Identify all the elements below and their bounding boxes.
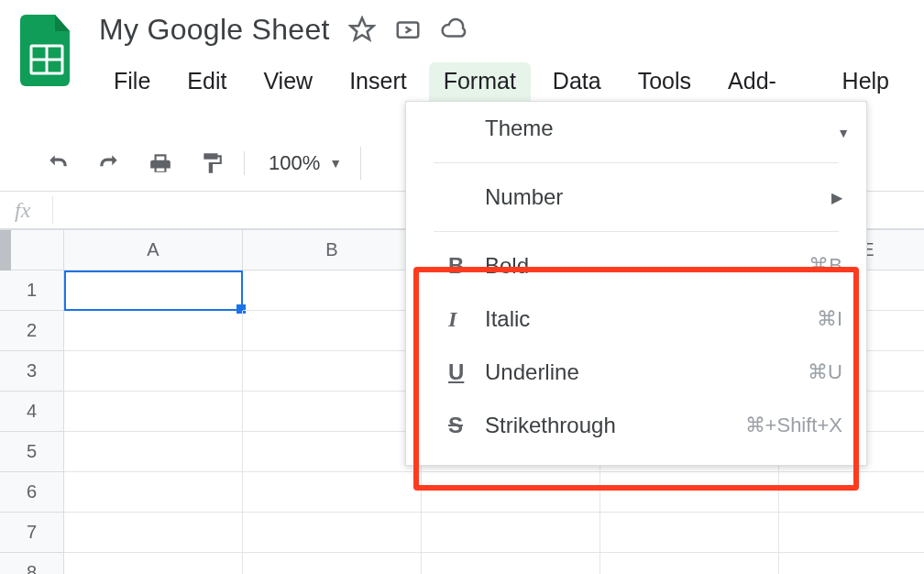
col-header-B[interactable]: B bbox=[243, 230, 422, 270]
chevron-down-icon: ▼ bbox=[837, 126, 850, 140]
cell-D8[interactable] bbox=[600, 553, 779, 574]
submenu-arrow-icon: ▶ bbox=[831, 189, 842, 206]
select-all-corner[interactable] bbox=[0, 230, 64, 270]
sheets-logo-icon bbox=[20, 15, 73, 86]
italic-icon: I bbox=[448, 307, 485, 332]
row-header-7[interactable]: 7 bbox=[0, 513, 64, 553]
cell-B6[interactable] bbox=[243, 472, 422, 513]
cell-A8[interactable] bbox=[64, 553, 243, 574]
redo-button[interactable] bbox=[95, 149, 123, 177]
cell-D6[interactable] bbox=[600, 472, 779, 513]
format-menu-dropdown: ▼ Theme Number ▶ BBold⌘BIItalic⌘IUUnderl… bbox=[405, 101, 867, 466]
zoom-value: 100% bbox=[269, 151, 320, 175]
menu-item-underline[interactable]: UUnderline⌘U bbox=[406, 346, 866, 399]
bold-icon: B bbox=[448, 253, 485, 279]
row-header-3[interactable]: 3 bbox=[0, 351, 64, 392]
cell-A5[interactable] bbox=[64, 432, 243, 472]
cell-B5[interactable] bbox=[243, 432, 422, 472]
cell-C6[interactable] bbox=[422, 472, 600, 513]
cell-E7[interactable] bbox=[779, 513, 924, 553]
doc-title[interactable]: My Google Sheet bbox=[99, 13, 330, 47]
cell-B2[interactable] bbox=[243, 311, 422, 351]
cell-B8[interactable] bbox=[243, 553, 422, 574]
underline-icon: U bbox=[448, 359, 485, 385]
paint-format-button[interactable] bbox=[198, 149, 226, 177]
cell-E8[interactable] bbox=[779, 553, 924, 574]
cell-A2[interactable] bbox=[64, 311, 243, 351]
menu-view[interactable]: View bbox=[248, 62, 327, 127]
menu-edit[interactable]: Edit bbox=[172, 62, 241, 127]
cloud-status-icon[interactable] bbox=[440, 16, 468, 43]
chevron-down-icon: ▼ bbox=[329, 156, 342, 171]
cell-E6[interactable] bbox=[779, 472, 924, 513]
cell-C7[interactable] bbox=[422, 513, 600, 553]
row-header-2[interactable]: 2 bbox=[0, 311, 64, 351]
menu-item-number[interactable]: Number ▶ bbox=[406, 171, 866, 224]
svg-rect-4 bbox=[398, 23, 419, 38]
move-icon[interactable] bbox=[394, 16, 422, 43]
row-header-4[interactable]: 4 bbox=[0, 392, 64, 432]
cell-A3[interactable] bbox=[64, 351, 243, 392]
cell-A1[interactable] bbox=[64, 270, 243, 311]
menu-item-strikethrough[interactable]: SStrikethrough⌘+Shift+X bbox=[406, 399, 866, 452]
menu-item-theme[interactable]: Theme bbox=[406, 102, 866, 155]
print-button[interactable] bbox=[147, 149, 174, 177]
fx-label: fx bbox=[15, 198, 30, 223]
cell-A6[interactable] bbox=[64, 472, 243, 513]
cell-B1[interactable] bbox=[243, 270, 422, 311]
strikethrough-icon: S bbox=[448, 413, 485, 438]
star-icon[interactable] bbox=[348, 16, 376, 43]
cell-B4[interactable] bbox=[243, 392, 422, 432]
col-header-A[interactable]: A bbox=[64, 230, 243, 270]
row-header-1[interactable]: 1 bbox=[0, 270, 64, 311]
menu-item-bold[interactable]: BBold⌘B bbox=[406, 239, 866, 293]
menu-file[interactable]: File bbox=[99, 62, 165, 127]
menu-item-italic[interactable]: IItalic⌘I bbox=[406, 293, 866, 346]
row-header-5[interactable]: 5 bbox=[0, 432, 64, 472]
row-header-8[interactable]: 8 bbox=[0, 553, 64, 574]
cell-C8[interactable] bbox=[422, 553, 600, 574]
row-header-6[interactable]: 6 bbox=[0, 472, 64, 513]
svg-marker-3 bbox=[350, 18, 373, 40]
zoom-select[interactable]: 100% ▼ bbox=[244, 151, 342, 175]
cell-D7[interactable] bbox=[600, 513, 779, 553]
cell-B7[interactable] bbox=[243, 513, 422, 553]
cell-A7[interactable] bbox=[64, 513, 243, 553]
undo-button[interactable] bbox=[44, 149, 72, 177]
cell-B3[interactable] bbox=[243, 351, 422, 392]
cell-A4[interactable] bbox=[64, 392, 243, 432]
